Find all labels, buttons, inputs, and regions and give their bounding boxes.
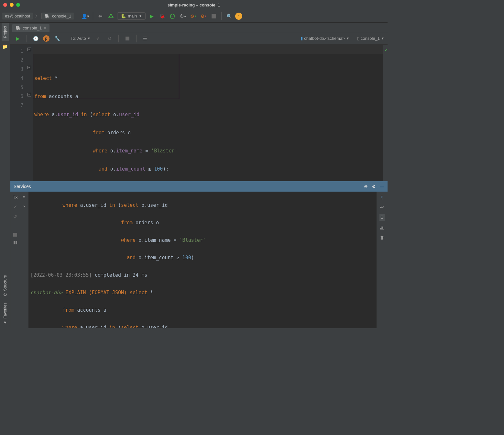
commit-icon[interactable]: ✔ [94,34,102,43]
titlebar: simple-racing – console_1 [0,0,388,10]
tx-mode-select[interactable]: Tx: Auto▼ [71,36,91,41]
services-output[interactable]: where a.user_id in (select o.user_id fro… [28,192,377,328]
wrench-icon[interactable]: 🔧 [53,34,61,43]
fold-marker[interactable]: − [27,93,31,96]
main-toolbar: es@localhost 〉 🐘 console_1 👤▾ 🐍 main ▼ ▶… [0,10,388,23]
python-icon: 🐍 [121,14,126,18]
fold-marker[interactable]: − [27,48,31,51]
fold-gutter: − − − [27,45,33,181]
revert-icon[interactable]: ↺ [13,214,17,219]
trash-icon[interactable]: 🗑 [380,235,384,240]
code-area[interactable]: select * from accounts a where a.user_id… [33,45,383,181]
attach-icon[interactable]: ⚙● [199,12,208,20]
sql-editor[interactable]: 123 456 7 − − − select * from accounts a… [10,45,388,181]
window-close[interactable] [3,3,7,7]
postgres-icon: 🐘 [16,26,21,30]
file-tab-label: console_1 [23,26,42,30]
cancel-query-icon[interactable] [123,34,132,43]
left-tool-stripe: Project 📁 ⌬Structure ★Favorites [0,23,10,328]
fold-marker[interactable]: − [27,66,31,69]
inspection-ok-icon[interactable]: ✔ [385,47,388,52]
build-icon[interactable] [107,12,115,20]
rollback-icon[interactable]: ↺ [105,34,114,43]
param-badge[interactable]: p [43,35,49,42]
run-anything-icon[interactable]: ⚙● [189,12,197,20]
run-config-label: main [128,14,137,18]
line-number-gutter: 123 456 7 [10,45,27,181]
debug-button[interactable]: 🐞 [158,12,166,20]
stop-icon[interactable] [13,233,17,237]
soft-wrap-icon[interactable]: ↩ [380,205,384,210]
structure-tool-tab[interactable]: ⌬Structure [2,272,9,299]
breadcrumb-2[interactable]: 🐘 console_1 [41,13,74,19]
inspection-gutter: ✔ [383,45,388,181]
project-folder-icon[interactable]: 📁 [1,42,9,51]
scroll-end-icon[interactable]: ↧ [379,214,385,221]
services-left-toolbar-2: » ⌄ [20,192,28,328]
run-config-select[interactable]: 🐍 main ▼ [117,12,146,20]
window-title: simple-racing – console_1 [168,3,220,7]
project-tool-tab[interactable]: Project [2,23,9,41]
user-icon[interactable]: 👤▾ [81,12,90,20]
schema-select[interactable]: ▮ chatbot-db.<schema>▼ [301,36,349,41]
tx-label[interactable]: Tx [13,195,17,200]
breadcrumb-sep: 〉 [35,13,39,19]
history-icon[interactable]: 🕘 [31,34,40,43]
execute-button[interactable]: ▶ [14,34,22,43]
filter-icon[interactable]: ⚲ [380,195,384,200]
search-icon[interactable]: 🔍 [225,12,233,20]
stop-button[interactable] [210,12,218,20]
session-icon: ▯ [357,36,359,41]
file-tab-console1[interactable]: 🐘 console_1 × [12,24,49,32]
chevron-down-icon: ▼ [139,14,142,18]
editor-tabstrip: 🐘 console_1 × [10,23,388,32]
query-console-toolbar: ▶ 🕘 p 🔧 Tx: Auto▼ ✔ ↺ ☷ ▮ chatbot-db.<sc… [10,32,388,45]
window-minimize[interactable] [10,3,14,7]
update-available-icon[interactable]: ↑ [235,13,242,20]
breadcrumb-1[interactable]: es@localhost [2,13,33,19]
layout-icon[interactable] [14,241,17,244]
vcs-icon[interactable] [96,12,105,20]
services-right-toolbar: ⚲ ↩ ↧ 🖶 🗑 [377,192,388,328]
postgres-icon: 🐘 [44,14,49,18]
chevron-down-icon[interactable]: ⌄ [22,203,26,208]
services-title: Services [14,184,31,189]
print-icon[interactable]: 🖶 [380,225,384,230]
apply-icon[interactable]: ✔ [13,204,17,209]
run-button[interactable]: ▶ [148,12,156,20]
breadcrumb-2-label: console_1 [52,14,71,18]
services-panel: Tx ✔ ↺ » ⌄ where a.user_id in (select o.… [10,192,388,328]
schema-icon: ▮ [301,36,303,41]
expand-icon[interactable]: » [23,194,26,199]
session-select[interactable]: ▯ console_1▼ [357,36,384,41]
favorites-tool-tab[interactable]: ★Favorites [2,299,9,328]
window-zoom[interactable] [16,3,20,7]
profile-button[interactable]: ⏱▾ [179,12,187,20]
coverage-button[interactable] [168,12,177,20]
services-left-toolbar-1: Tx ✔ ↺ [10,192,20,328]
close-icon[interactable]: × [44,26,46,30]
explain-plan-icon[interactable]: ☷ [141,34,149,43]
